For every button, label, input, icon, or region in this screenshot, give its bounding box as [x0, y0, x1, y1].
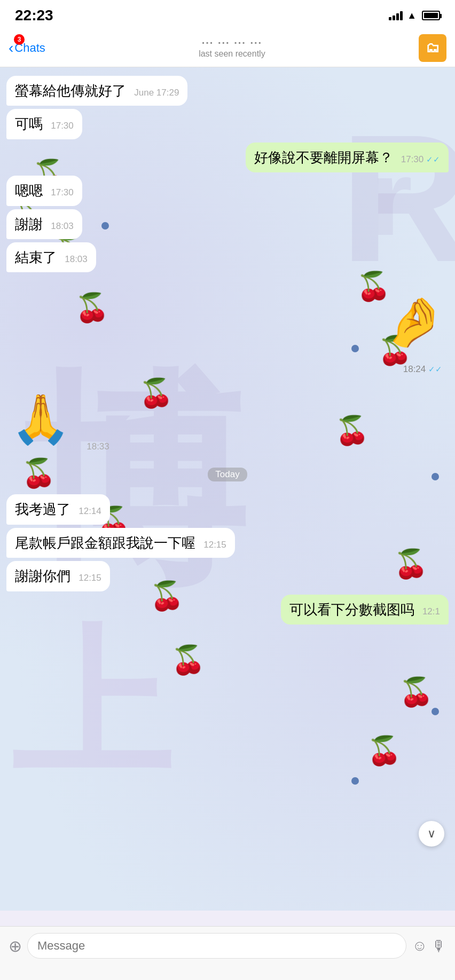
msg-time-10: 12:14	[79, 506, 101, 516]
msg-time-12: 12:15	[79, 573, 101, 583]
bubble-8[interactable]: 🙏 18:33	[6, 383, 114, 455]
msg-time-1: June 17:29	[134, 88, 179, 98]
avatar[interactable]: 🗂	[419, 34, 446, 62]
bubble-10[interactable]: 我考過了 12:14	[6, 494, 110, 524]
bubble-13[interactable]: 可以看下分數截图吗 12:1	[281, 595, 449, 625]
msg-text-10: 我考過了	[15, 501, 70, 517]
messages-list: 螢幕給他傳就好了 June 17:29 可嗎 17:30 好像說不要離開屏幕？ …	[6, 76, 449, 625]
msg-text-3: 好像說不要離開屏幕？	[254, 149, 393, 165]
msg-time-3: 17:30 ✓✓	[401, 154, 440, 164]
bubble-12[interactable]: 謝謝你們 12:15	[6, 561, 110, 591]
bubble-3[interactable]: 好像說不要離開屏幕？ 17:30 ✓✓	[246, 143, 449, 172]
sticker-button[interactable]: ☺	[412, 937, 427, 954]
msg-row-1: 螢幕給他傳就好了 June 17:29	[6, 76, 449, 106]
msg-text-6: 結束了	[15, 249, 57, 265]
msg-text-1: 螢幕給他傳就好了	[15, 83, 126, 99]
msg-row-7: 🤌	[6, 286, 449, 358]
bubble-1[interactable]: 螢幕給他傳就好了 June 17:29	[6, 76, 187, 106]
watermark-bottom: 上	[11, 598, 171, 815]
msg-time-5: 18:03	[51, 221, 74, 231]
dot-6	[432, 708, 439, 715]
msg-time-13: 12:1	[422, 606, 440, 617]
msg-text-4: 嗯嗯	[15, 183, 43, 199]
scroll-to-bottom-button[interactable]: ∨	[419, 821, 444, 847]
msg-text-12: 謝謝你們	[15, 568, 70, 584]
date-sep-text: Today	[208, 468, 247, 481]
msg-emoji-7: 🤌	[385, 295, 444, 349]
msg-text-5: 謝謝	[15, 216, 43, 232]
msg-text-13: 可以看下分數截图吗	[289, 602, 414, 618]
contact-status: last seen recently	[199, 49, 265, 59]
chat-area: R 博 上 r 🍒 🍒 🍒 🍒 🍒 🍒 🍒 🍒 🍒 🍒 🍒 🍒 🍒 🍒 🍒 螢幕…	[0, 67, 455, 911]
chevron-down-icon: ∨	[427, 827, 436, 841]
mic-button[interactable]: 🎙	[432, 937, 446, 955]
wifi-icon: ▲	[407, 10, 417, 21]
msg-time-6: 18:03	[65, 254, 88, 264]
msg-row-10: 我考過了 12:14	[6, 494, 449, 524]
bubble-7[interactable]: 🤌	[380, 286, 449, 358]
input-right-icons: ☺ 🎙	[412, 937, 446, 955]
date-separator: Today	[6, 468, 449, 481]
bubble-5[interactable]: 謝謝 18:03	[6, 209, 82, 239]
status-bar: 22:23 ▲	[0, 0, 455, 29]
nav-header: ‹ 3 Chats ··· ··· ··· ··· last seen rece…	[0, 29, 455, 67]
msg-row-5: 謝謝 18:03	[6, 209, 449, 239]
battery-icon	[422, 11, 440, 20]
msg-time-7: 18:24 ✓✓	[403, 364, 442, 375]
msg-row-2: 可嗎 17:30	[6, 109, 449, 139]
dot-7	[351, 777, 359, 785]
msg-time-8: 18:33	[87, 441, 109, 452]
msg-time-2: 17:30	[51, 121, 74, 131]
cherry-15: 🍒	[367, 734, 402, 767]
msg-time-11: 12:15	[203, 540, 226, 550]
msg-text-11: 尾款帳戶跟金額跟我說一下喔	[15, 535, 195, 551]
msg-row-11: 尾款帳戶跟金額跟我說一下喔 12:15	[6, 528, 449, 558]
msg-emoji-8: 🙏	[11, 392, 70, 446]
msg-row-12: 謝謝你們 12:15	[6, 561, 449, 591]
msg-row-6: 結束了 18:03	[6, 242, 449, 272]
bubble-11[interactable]: 尾款帳戶跟金額跟我說一下喔 12:15	[6, 528, 235, 558]
back-badge: 3	[14, 34, 25, 45]
cherry-14: 🍒	[399, 676, 434, 708]
cherry-13: 🍒	[171, 644, 206, 676]
msg-row-3: 好像說不要離開屏幕？ 17:30 ✓✓	[6, 143, 449, 172]
bubble-2[interactable]: 可嗎 17:30	[6, 109, 82, 139]
signal-icon	[389, 11, 403, 20]
msg-row-4: 嗯嗯 17:30	[6, 176, 449, 206]
bubble-4[interactable]: 嗯嗯 17:30	[6, 176, 82, 206]
back-chevron-icon: ‹	[9, 39, 13, 57]
msg-row-13: 可以看下分數截图吗 12:1	[6, 595, 449, 625]
status-time: 22:23	[15, 7, 53, 24]
msg-text-2: 可嗎	[15, 116, 43, 132]
msg-row-8: 🙏 18:33	[6, 383, 449, 455]
input-bar: ⊕ ☺ 🎙	[0, 926, 455, 980]
status-icons: ▲	[389, 10, 440, 21]
contact-info: ··· ··· ··· ··· last seen recently	[199, 37, 265, 59]
attach-button[interactable]: ⊕	[9, 937, 22, 955]
contact-name: ··· ··· ··· ···	[202, 37, 262, 49]
bubble-6[interactable]: 結束了 18:03	[6, 242, 96, 272]
msg-time-4: 17:30	[51, 187, 74, 197]
message-input[interactable]	[27, 933, 406, 959]
back-button[interactable]: ‹ 3 Chats	[9, 39, 45, 57]
